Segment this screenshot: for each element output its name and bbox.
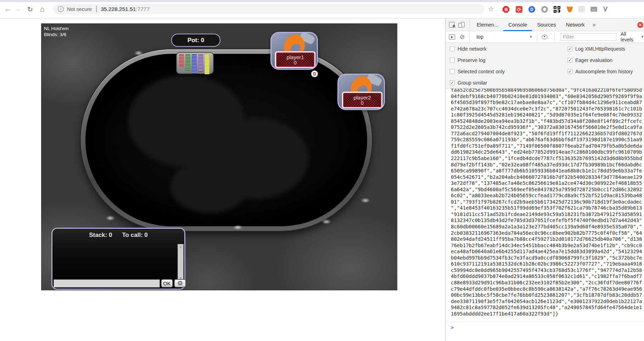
inspect-element-icon[interactable]	[449, 22, 455, 28]
tab-elements[interactable]: Elemen...	[472, 18, 503, 31]
rail-glow	[322, 219, 331, 224]
checkbox-hide-network[interactable]: Hide network	[450, 46, 487, 52]
sidebar-toggle-icon[interactable]: ▶	[449, 34, 455, 40]
checkbox-selected-context-only[interactable]: Selected context only	[450, 68, 505, 75]
error-badge-icon[interactable]: ✕	[637, 22, 643, 28]
checkbox-log-xmlhttprequests[interactable]: ✓ Log XMLHttpRequests	[567, 46, 625, 52]
player1-name: player1	[286, 54, 304, 60]
browser-window: ← → ↻ ⌂ i Not secure 35.228.251.51 :7777…	[0, 0, 644, 341]
checkbox[interactable]	[450, 46, 455, 51]
back-icon[interactable]: ←	[3, 5, 12, 14]
refresh-extension-icon[interactable]: ⟳	[516, 6, 522, 13]
qr-code-extension-icon[interactable]	[554, 6, 560, 13]
stop-hand-extension-icon[interactable]	[503, 6, 509, 13]
live-expression-eye-icon[interactable]	[542, 35, 548, 39]
checkbox[interactable]	[450, 69, 455, 74]
dealer-button: D	[311, 70, 318, 77]
separator	[554, 33, 555, 41]
device-toolbar-icon[interactable]	[461, 22, 465, 27]
chip-stack-green	[185, 54, 190, 70]
action-panel: Stack: 0 To call: 0 ▲ ▼ OK ⚙	[51, 228, 185, 290]
chip-stack-red	[179, 54, 184, 66]
poker-game-canvas: NL Hold'em Blinds: 3/6 Pot: 0	[41, 23, 397, 290]
bookmark-star-icon[interactable]: ☆	[488, 5, 494, 13]
chip-tray	[176, 52, 214, 74]
context-selector-dropdown[interactable]: top ▼	[476, 34, 532, 40]
checkbox[interactable]: ✓	[450, 80, 455, 85]
console-prompt-chevron-icon[interactable]: >	[450, 324, 454, 330]
info-icon[interactable]: i	[58, 6, 64, 12]
card-box-extension-icon[interactable]: ...	[590, 6, 597, 13]
poker-table	[81, 49, 372, 231]
checkbox[interactable]	[450, 58, 455, 63]
forward-icon[interactable]: →	[13, 5, 22, 14]
fox-extension-icon[interactable]	[566, 6, 573, 13]
omnibox-divider	[96, 6, 97, 12]
world-map-shape	[170, 160, 248, 213]
checkbox[interactable]: ✓	[567, 69, 572, 74]
address-bar[interactable]: i Not secure 35.228.251.51 :7777	[53, 4, 484, 14]
ring-extension-icon[interactable]	[541, 6, 548, 13]
chevron-down-icon: ▼	[641, 35, 644, 39]
action-panel-stats: Stack: 0 To call: 0	[52, 232, 184, 239]
filter-input[interactable]	[560, 33, 616, 41]
checkbox-autocomplete-from-history[interactable]: ✓ Autocomplete from history	[567, 68, 633, 75]
checkbox-eager-evaluation[interactable]: ✓ Eager evaluation	[567, 57, 612, 63]
player2-seat: player2 0	[337, 74, 385, 110]
pot-label: Pot: 0	[187, 37, 204, 44]
devtools-panel: Elemen... Console Sources Network » ✕ ▶ …	[445, 18, 644, 341]
reload-icon[interactable]: ↻	[26, 5, 35, 14]
v-logo-extension-icon[interactable]: V	[603, 6, 610, 13]
devtools-tab-bar: Elemen... Console Sources Network » ✕	[446, 18, 644, 31]
console-toolbar: ▶ ⊘ top ▼ All levels ▼	[446, 31, 644, 43]
rail-glow	[134, 51, 143, 56]
checkbox[interactable]: ✓	[567, 46, 572, 51]
player2-card-back: player2 0	[342, 92, 382, 108]
chat-scrollbar[interactable]: ▲ ▼	[178, 244, 184, 281]
letter-d-extension-icon[interactable]: D	[528, 6, 535, 13]
checkbox-group-similar[interactable]: ✓ Group similar	[450, 80, 487, 86]
to-call-label: To call: 0	[122, 232, 147, 239]
stack-label: Stack: 0	[89, 232, 112, 239]
rail-glow	[233, 225, 242, 230]
home-icon[interactable]: ⌂	[38, 5, 47, 14]
tab-sources[interactable]: Sources	[532, 18, 561, 31]
ok-button[interactable]: OK	[161, 279, 173, 288]
chip-stack-purple	[198, 54, 203, 72]
chevron-down-icon: ▼	[529, 35, 532, 39]
faded-grid-extension-icon[interactable]	[578, 6, 585, 13]
more-tabs-icon[interactable]: »	[590, 22, 599, 28]
player1-card-back: player1 0	[275, 51, 315, 68]
clear-console-icon[interactable]: ⊘	[460, 34, 465, 40]
rail-glow	[361, 198, 370, 203]
browser-toolbar: ← → ↻ ⌂ i Not secure 35.228.251.51 :7777…	[0, 0, 644, 18]
chat-input[interactable]	[54, 279, 160, 288]
tab-console[interactable]: Console	[503, 18, 532, 31]
player1-seat: player1 0	[270, 32, 318, 70]
game-type-label: NL Hold'em	[44, 25, 69, 32]
console-log: faa52cd25e7500b95b5884969586066d756d0a",…	[446, 89, 644, 320]
pot-display: Pot: 0	[171, 34, 220, 47]
checkbox-preserve-log[interactable]: Preserve log	[450, 57, 486, 63]
separator	[469, 33, 470, 41]
console-settings-panel: Hide network Preserve log Selected conte…	[446, 43, 644, 89]
game-info: NL Hold'em Blinds: 3/6	[44, 25, 69, 38]
console-prompt-row[interactable]: >	[446, 322, 644, 341]
settings-gear-icon[interactable]: ⚙	[174, 279, 186, 288]
security-label: Not secure	[67, 6, 92, 12]
scroll-up-icon[interactable]: ▲	[179, 245, 182, 248]
player2-name: player2	[353, 95, 371, 101]
player1-stack: 0	[294, 60, 297, 66]
url-host: 35.228.251.51	[101, 6, 136, 12]
chip-stack-blue	[192, 54, 197, 74]
player2-stack: 0	[361, 101, 364, 106]
checkbox[interactable]: ✓	[567, 58, 572, 63]
table-felt	[85, 54, 367, 226]
rail-glow	[106, 216, 115, 221]
separator	[469, 21, 470, 29]
console-output: faa52cd25e7500b95b5884969586066d756d0a",…	[446, 89, 644, 317]
log-levels-dropdown[interactable]: All levels ▼	[621, 31, 644, 42]
tab-strip	[0, 0, 644, 2]
tab-network[interactable]: Network	[561, 18, 590, 31]
blinds-label: Blinds: 3/6	[44, 32, 69, 38]
